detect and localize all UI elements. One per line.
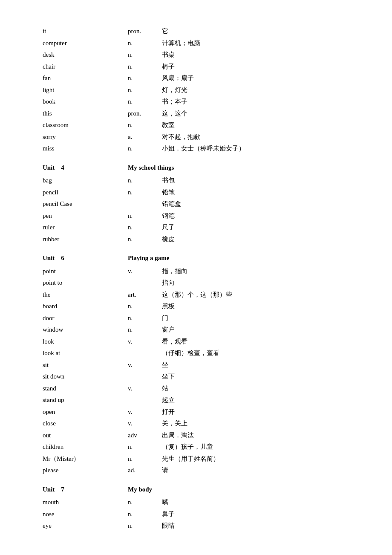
meaning-cell: 铅笔盒 — [162, 199, 349, 210]
pos-cell: n. — [128, 49, 162, 61]
pos-cell: n. — [128, 73, 162, 84]
unit-label: Unit 6 — [43, 253, 128, 264]
pos-cell: v. — [128, 418, 162, 429]
vocab-row: missn.小姐，女士（称呼未婚女子） — [43, 143, 349, 155]
pos-cell: n. — [128, 143, 162, 154]
word-cell: pencil — [43, 187, 128, 198]
word-cell: book — [43, 96, 128, 107]
word-cell: point — [43, 266, 128, 277]
meaning-cell: 先生（用于姓名前） — [162, 454, 349, 465]
vocab-row: nosen.鼻子 — [43, 509, 349, 520]
pos-cell: n. — [128, 175, 162, 186]
meaning-cell: 眼睛 — [162, 520, 349, 532]
vocab-row: bookn.书；本子 — [43, 96, 349, 108]
pos-cell: adv — [128, 430, 162, 441]
vocab-row: closev.关，关上 — [43, 418, 349, 430]
vocab-row: doorn.门 — [43, 312, 349, 324]
word-cell: light — [43, 85, 128, 96]
vocab-row: rubbern.橡皮 — [43, 234, 349, 246]
meaning-cell: 书桌 — [162, 49, 349, 61]
meaning-cell: 书包 — [162, 175, 349, 186]
vocab-row: openv.打开 — [43, 406, 349, 418]
pos-cell: n. — [128, 120, 162, 131]
vocab-row: outadv出局，淘汰 — [43, 430, 349, 442]
word-cell: out — [43, 430, 128, 441]
vocab-row: pencil Case铅笔盒 — [43, 198, 349, 210]
unit-label: Unit 7 — [43, 484, 128, 495]
word-cell: mouth — [43, 497, 128, 508]
meaning-cell: 计算机；电脑 — [162, 38, 349, 49]
vocab-row: chairn.椅子 — [43, 61, 349, 73]
word-cell: computer — [43, 38, 128, 49]
meaning-cell: 小姐，女士（称呼未婚女子） — [162, 143, 349, 154]
vocab-row: mouthn.嘴 — [43, 497, 349, 509]
word-cell: Mr（Mister） — [43, 454, 128, 465]
meaning-cell: 窗户 — [162, 324, 349, 335]
word-cell: eye — [43, 520, 128, 532]
word-cell: classroom — [43, 120, 128, 131]
word-cell: miss — [43, 143, 128, 154]
word-cell: nose — [43, 509, 128, 520]
vocab-row: point to指向 — [43, 277, 349, 289]
word-cell: desk — [43, 49, 128, 61]
pos-cell: n. — [128, 61, 162, 72]
meaning-cell: 嘴 — [162, 497, 349, 508]
meaning-cell: 关，关上 — [162, 418, 349, 429]
unit-header: Unit 7My body — [43, 477, 349, 497]
vocab-row: theart.这（那）个，这（那）些 — [43, 289, 349, 301]
vocab-row: lookv.看，观看 — [43, 336, 349, 348]
vocab-row: deskn.书桌 — [43, 49, 349, 61]
vocab-row: stand up起立 — [43, 394, 349, 406]
meaning-cell: 起立 — [162, 395, 349, 406]
pos-cell: n. — [128, 520, 162, 532]
unit-title: My school things — [128, 162, 174, 173]
pos-cell: v. — [128, 407, 162, 418]
vocab-row: eyen.眼睛 — [43, 520, 349, 532]
vocab-row: windown.窗户 — [43, 324, 349, 336]
pos-cell: v. — [128, 360, 162, 371]
meaning-cell: （复）孩子，儿童 — [162, 442, 349, 453]
meaning-cell: 鼻子 — [162, 509, 349, 520]
pos-cell: ad. — [128, 465, 162, 476]
pos-cell: n. — [128, 324, 162, 335]
vocab-row: fann.风扇；扇子 — [43, 72, 349, 84]
word-cell: look — [43, 336, 128, 347]
vocab-row: computern.计算机；电脑 — [43, 38, 349, 49]
meaning-cell: 坐下 — [162, 371, 349, 382]
unit-title: Playing a game — [128, 253, 170, 264]
meaning-cell: 站 — [162, 383, 349, 394]
unit-label: Unit 4 — [43, 162, 128, 173]
vocab-row: sorrya.对不起，抱歉 — [43, 131, 349, 143]
word-cell: rubber — [43, 234, 128, 245]
pos-cell: n. — [128, 301, 162, 312]
pos-cell: n. — [128, 497, 162, 508]
pos-cell: v. — [128, 336, 162, 347]
word-cell: sit down — [43, 371, 128, 382]
vocab-row: sit down坐下 — [43, 371, 349, 383]
vocab-row: penn.钢笔 — [43, 210, 349, 222]
meaning-cell: 尺子 — [162, 222, 349, 233]
meaning-cell: 书；本子 — [162, 96, 349, 107]
meaning-cell: 它 — [162, 26, 349, 37]
word-cell: fan — [43, 73, 128, 84]
word-cell: open — [43, 407, 128, 418]
pos-cell: n. — [128, 509, 162, 520]
pos-cell: n. — [128, 85, 162, 96]
unit-title: My body — [128, 484, 152, 495]
vocab-row: pointv.指，指向 — [43, 266, 349, 278]
vocab-row: rulern.尺子 — [43, 222, 349, 234]
vocab-row: standv.站 — [43, 383, 349, 395]
vocab-table: itpron.它computern.计算机；电脑deskn.书桌chairn.椅… — [43, 26, 349, 532]
meaning-cell: 指，指向 — [162, 266, 349, 277]
meaning-cell: 铅笔 — [162, 187, 349, 198]
meaning-cell: 灯，灯光 — [162, 85, 349, 96]
word-cell: children — [43, 442, 128, 453]
pos-cell: n. — [128, 38, 162, 49]
word-cell: close — [43, 418, 128, 429]
word-cell: it — [43, 26, 128, 37]
meaning-cell: 指向 — [162, 278, 349, 289]
meaning-cell: 钢笔 — [162, 211, 349, 222]
word-cell: chair — [43, 61, 128, 72]
word-cell: ruler — [43, 222, 128, 233]
meaning-cell: 这，这个 — [162, 108, 349, 119]
